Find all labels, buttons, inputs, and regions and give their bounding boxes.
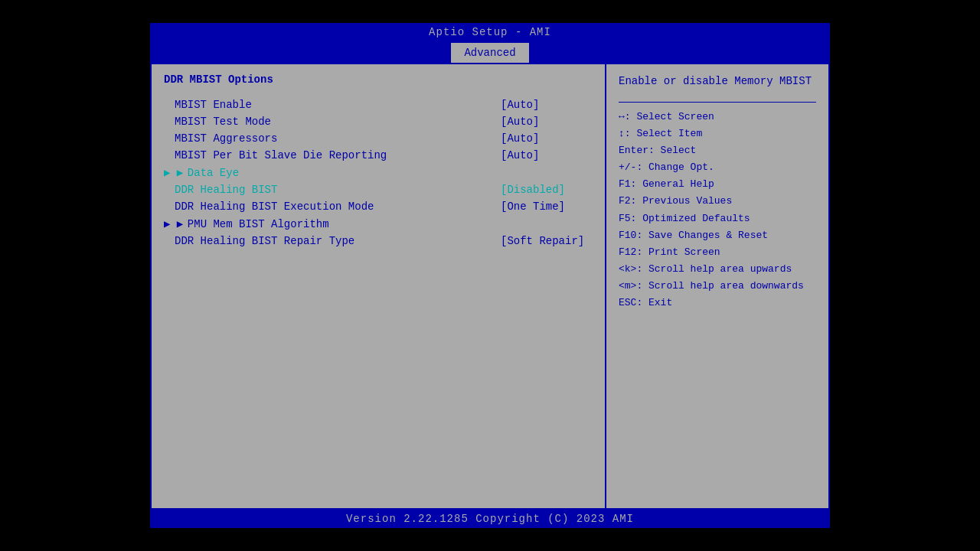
- key-hint: +/-: Change Opt.: [619, 159, 816, 176]
- key-hint: Enter: Select: [619, 142, 816, 159]
- menu-items: MBIST Enable[Auto]MBIST Test Mode[Auto]M…: [164, 98, 593, 248]
- tab-advanced[interactable]: Advanced: [451, 43, 528, 63]
- key-hint: ESC: Exit: [619, 295, 816, 311]
- menu-item[interactable]: DDR Healing BIST Execution Mode[One Time…: [164, 200, 593, 214]
- key-hint: F5: Optimized Defaults: [619, 210, 816, 227]
- key-hint: F10: Save Changes & Reset: [619, 227, 816, 244]
- left-panel: DDR MBIST Options MBIST Enable[Auto]MBIS…: [152, 64, 606, 508]
- footer: Version 2.22.1285 Copyright (C) 2023 AMI: [150, 510, 830, 528]
- key-hint: ↔: Select Screen: [619, 109, 816, 126]
- tab-bar: Advanced: [150, 41, 830, 63]
- key-help: ↔: Select Screen↕: Select ItemEnter: Sel…: [619, 109, 816, 311]
- menu-item[interactable]: MBIST Test Mode[Auto]: [164, 115, 593, 129]
- key-hint: F2: Previous Values: [619, 193, 816, 210]
- panel-title: DDR MBIST Options: [164, 73, 593, 86]
- version-text: Version 2.22.1285 Copyright (C) 2023 AMI: [346, 513, 634, 525]
- key-hint: <k>: Scroll help area upwards: [619, 261, 816, 278]
- menu-item[interactable]: DDR Healing BIST[Disabled]: [164, 183, 593, 197]
- app-title: Aptio Setup - AMI: [429, 26, 551, 38]
- main-content: DDR MBIST Options MBIST Enable[Auto]MBIS…: [150, 63, 830, 510]
- title-bar: Aptio Setup - AMI: [150, 23, 830, 41]
- menu-item[interactable]: MBIST Aggressors[Auto]: [164, 132, 593, 145]
- divider: [619, 102, 816, 103]
- menu-item[interactable]: ▶ Data Eye: [164, 165, 593, 180]
- right-panel: Enable or disable Memory MBIST ↔: Select…: [606, 64, 828, 508]
- key-hint: ↕: Select Item: [619, 126, 816, 142]
- menu-item[interactable]: MBIST Per Bit Slave Die Reporting[Auto]: [164, 148, 593, 162]
- key-hint: F12: Print Screen: [619, 244, 816, 261]
- help-text: Enable or disable Memory MBIST: [619, 73, 816, 90]
- menu-item[interactable]: DDR Healing BIST Repair Type[Soft Repair…: [164, 234, 593, 248]
- menu-item[interactable]: MBIST Enable[Auto]: [164, 98, 593, 112]
- menu-item[interactable]: ▶ PMU Mem BIST Algorithm: [164, 217, 593, 231]
- key-hint: <m>: Scroll help area downwards: [619, 278, 816, 295]
- key-hint: F1: General Help: [619, 176, 816, 193]
